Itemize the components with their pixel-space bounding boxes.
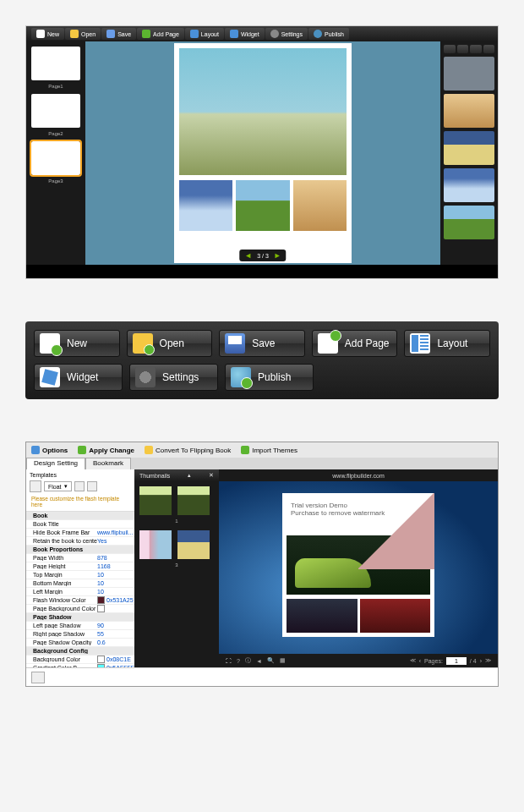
open-button[interactable]: Open	[127, 330, 213, 357]
prop-value[interactable]: www.flipbuil...	[97, 529, 134, 535]
layout-button[interactable]: Layout	[404, 330, 490, 357]
info-icon[interactable]: ⓘ	[245, 656, 251, 665]
tb-widget[interactable]: Widget	[225, 28, 265, 40]
preview-area: Thumbnails ▴ ✕ 1 3 www.flipbuilder.com	[134, 469, 498, 667]
prop-value[interactable]: 10	[97, 580, 134, 586]
prop-value[interactable]: 0.6	[97, 639, 134, 645]
prev-icon[interactable]: ◄	[244, 251, 252, 260]
grid-icon[interactable]: ▦	[280, 657, 286, 664]
convert-button[interactable]: Convert To Flipping Book	[145, 446, 231, 454]
tab-design-setting[interactable]: Design Setting	[26, 458, 85, 469]
tb-save[interactable]: Save	[101, 28, 136, 40]
prop-value[interactable]	[97, 605, 134, 612]
pager: ◄ 3 / 3 ►	[239, 250, 286, 261]
template-thumb-icon[interactable]	[30, 480, 41, 492]
asset-thumb[interactable]	[444, 206, 494, 239]
footer-button[interactable]	[31, 672, 45, 683]
template-select[interactable]: Float▾	[44, 481, 72, 491]
prop-key: Page Width	[26, 555, 97, 561]
thumb-page1[interactable]	[31, 47, 80, 80]
viewer-navbar: ⛶ ? ⓘ ◄ 🔍 ▦ ≪ ‹ Pages: / 4 › ≫	[219, 654, 498, 667]
prop-row[interactable]: Flash Window Color0x531A25	[26, 596, 134, 605]
prop-value[interactable]: 878	[97, 555, 134, 561]
prop-value[interactable]: 10	[97, 589, 134, 595]
tb-settings[interactable]: Settings	[265, 28, 308, 40]
prop-row[interactable]: Left page Shadow90	[26, 622, 134, 630]
template-btn[interactable]	[87, 481, 97, 491]
prop-row[interactable]: Background Color0x08C1E	[26, 656, 134, 664]
sound-icon[interactable]: ◄	[256, 658, 262, 664]
prop-key: Left page Shadow	[26, 623, 97, 628]
last-icon[interactable]: ≫	[485, 657, 491, 664]
help-icon[interactable]: ?	[237, 658, 240, 664]
prop-value[interactable]: 10	[97, 572, 134, 578]
page-input[interactable]	[446, 657, 467, 665]
tb-publish[interactable]: Publish	[308, 28, 349, 40]
prop-row[interactable]: Page Background Color	[26, 605, 134, 613]
prop-row[interactable]: Page Width878	[26, 554, 134, 562]
tb-layout[interactable]: Layout	[185, 28, 224, 40]
prop-value[interactable]: 0x08C1E	[97, 656, 134, 663]
apply-change-button[interactable]: Apply Change	[78, 446, 134, 454]
next-icon[interactable]: ►	[274, 251, 281, 260]
flipbook-page[interactable]: Trial version Demo Purchase to remove wa…	[282, 493, 434, 637]
page-preview[interactable]	[174, 43, 352, 263]
publish-button[interactable]: Publish	[225, 364, 314, 391]
widget-button[interactable]: Widget	[34, 364, 123, 391]
add-page-button[interactable]: Add Page	[312, 330, 398, 357]
thumb-1[interactable]	[139, 486, 172, 515]
tb-new[interactable]: New	[31, 28, 64, 40]
thumb-2[interactable]	[177, 486, 210, 515]
asset-tab[interactable]	[483, 45, 495, 53]
thumb-3[interactable]	[139, 530, 172, 559]
prop-value[interactable]: 90	[97, 623, 134, 628]
options-menu[interactable]: Options	[31, 446, 68, 454]
prop-row[interactable]: Hide Book Frame Barwww.flipbuil...	[26, 529, 134, 537]
settings-button[interactable]: Settings	[129, 364, 218, 391]
close-icon[interactable]: ✕	[209, 472, 214, 479]
tab-bookmark[interactable]: Bookmark	[85, 458, 131, 469]
thumb-page2[interactable]	[31, 94, 80, 128]
thumb-page3[interactable]	[31, 141, 80, 175]
prop-key: Page Shadow Opacity	[26, 639, 97, 645]
prop-row[interactable]: Retain the book to centerYes	[26, 537, 134, 546]
prop-value[interactable]: 0x531A25	[97, 596, 134, 604]
asset-thumb[interactable]	[444, 57, 494, 91]
tb-open[interactable]: Open	[65, 28, 101, 40]
prop-key: Bottom Margin	[26, 580, 97, 586]
prop-value[interactable]: 1168	[97, 563, 134, 569]
tb-addpage[interactable]: Add Page	[137, 28, 184, 40]
asset-tab[interactable]	[457, 45, 469, 53]
asset-panel	[440, 41, 498, 265]
prop-row[interactable]: Top Margin10	[26, 571, 134, 579]
prop-row[interactable]: Book Title	[26, 520, 134, 529]
prop-key: Book Title	[26, 521, 97, 527]
prop-row[interactable]: Left Margin10	[26, 588, 134, 596]
thumb-4[interactable]	[177, 530, 210, 559]
prop-row[interactable]: Bottom Margin10	[26, 579, 134, 588]
asset-thumb[interactable]	[444, 94, 494, 128]
next-icon[interactable]: ›	[480, 658, 482, 664]
asset-thumb[interactable]	[444, 168, 494, 202]
property-grid: BookBook TitleHide Book Frame Barwww.fli…	[26, 512, 134, 667]
new-button[interactable]: New	[34, 330, 120, 357]
asset-thumb[interactable]	[444, 131, 494, 165]
import-themes-button[interactable]: Import Themes	[241, 446, 297, 454]
prop-value[interactable]: 55	[97, 631, 134, 637]
expand-icon[interactable]: ⛶	[226, 658, 232, 664]
save-button[interactable]: Save	[219, 330, 305, 357]
prop-key: Page Height	[26, 563, 97, 569]
asset-tab[interactable]	[470, 45, 482, 53]
template-btn[interactable]	[74, 481, 85, 491]
first-icon[interactable]: ≪	[410, 657, 416, 664]
prop-value[interactable]: Yes	[97, 538, 134, 544]
asset-tab[interactable]	[444, 45, 456, 53]
prop-row[interactable]: Page Shadow Opacity0.6	[26, 639, 134, 647]
prev-icon[interactable]: ‹	[419, 658, 421, 664]
zoom-icon[interactable]: 🔍	[267, 657, 275, 664]
prop-row[interactable]: Right page Shadow55	[26, 630, 134, 639]
prop-row[interactable]: Page Height1168	[26, 562, 134, 571]
chevron-up-icon[interactable]: ▴	[188, 472, 191, 479]
open-icon	[133, 333, 153, 354]
prop-key: Hide Book Frame Bar	[26, 529, 97, 535]
